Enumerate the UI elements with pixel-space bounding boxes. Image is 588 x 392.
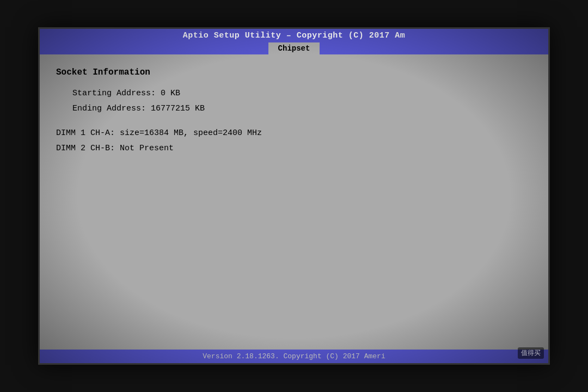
dimm1-value: size=16384 MB, speed=2400 MHz	[120, 128, 262, 138]
dimm1-row: DIMM 1 CH-A: size=16384 MB, speed=2400 M…	[56, 126, 532, 140]
header-title: Aptio Setup Utility – Copyright (C) 2017…	[183, 31, 406, 40]
screen-container: Aptio Setup Utility – Copyright (C) 2017…	[38, 27, 550, 365]
bios-window: Aptio Setup Utility – Copyright (C) 2017…	[40, 29, 548, 363]
ending-address-value: 16777215 KB	[151, 104, 205, 113]
tab-bar: Chipset	[40, 42, 548, 54]
dimm2-label: DIMM 2 CH-B:	[56, 144, 115, 153]
ending-address-label: Ending Address:	[72, 104, 146, 113]
dimm2-row: DIMM 2 CH-B: Not Present	[56, 142, 532, 156]
footer-text: Version 2.18.1263. Copyright (C) 2017 Am…	[203, 352, 385, 360]
watermark: 值得买	[518, 347, 544, 359]
dimm-block: DIMM 1 CH-A: size=16384 MB, speed=2400 M…	[56, 126, 532, 155]
address-info-block: Starting Address: 0 KB Ending Address: 1…	[72, 87, 532, 115]
watermark-text: 值得买	[521, 349, 541, 357]
header-bar: Aptio Setup Utility – Copyright (C) 2017…	[40, 29, 548, 42]
tab-chipset-label: Chipset	[278, 44, 310, 53]
main-content: Socket Information Starting Address: 0 K…	[40, 54, 548, 350]
section-title: Socket Information	[56, 65, 532, 80]
tab-chipset[interactable]: Chipset	[268, 42, 320, 54]
dimm2-value: Not Present	[120, 144, 174, 153]
starting-address-label: Starting Address:	[72, 89, 156, 98]
ending-address-row: Ending Address: 16777215 KB	[72, 102, 532, 116]
dimm1-label: DIMM 1 CH-A:	[56, 128, 115, 138]
footer-bar: Version 2.18.1263. Copyright (C) 2017 Am…	[40, 350, 548, 363]
starting-address-value: 0 KB	[161, 89, 180, 98]
starting-address-row: Starting Address: 0 KB	[72, 87, 532, 101]
